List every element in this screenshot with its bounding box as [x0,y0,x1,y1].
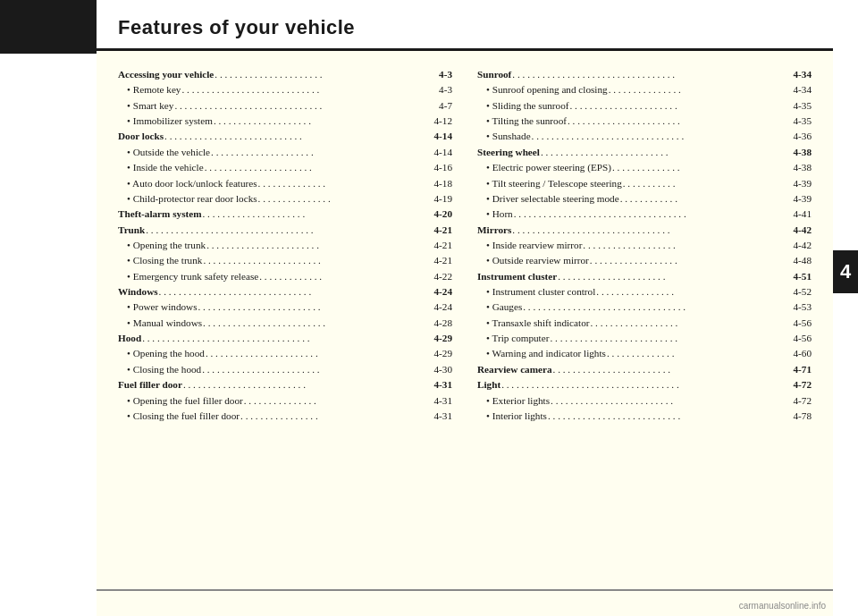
toc-main-entry: Sunroof . . . . . . . . . . . . . . . . … [477,67,812,82]
toc-entry-text: Accessing your vehicle [118,67,214,82]
toc-sub-entry: • Exterior lights . . . . . . . . . . . … [477,393,812,409]
toc-sub-entry: • Closing the trunk . . . . . . . . . . … [118,253,452,268]
toc-sub-text: • Immobilizer system [127,114,213,129]
toc-sub-page: 4-29 [433,346,452,361]
toc-entry-text: Windows [118,284,158,300]
toc-sub-page: 4-60 [793,346,812,361]
toc-sub-text: • Manual windows [127,316,202,331]
toc-sub-entry: • Electric power steering (EPS) . . . . … [477,160,812,175]
toc-sub-dots: . . . . . . . . . . . . . . . . [596,284,792,300]
toc-sub-dots: . . . . . . . . . . . . . . . . . . . . … [569,98,792,114]
toc-sub-page: 4-36 [793,129,812,144]
toc-main-entry: Windows . . . . . . . . . . . . . . . . … [118,284,452,300]
toc-sub-page: 4-7 [439,98,452,114]
toc-sub-entry: • Closing the hood . . . . . . . . . . .… [118,362,452,377]
toc-left-column: Accessing your vehicle . . . . . . . . .… [118,67,452,424]
toc-main-entry: Rearview camera . . . . . . . . . . . . … [477,362,812,377]
toc-sub-page: 4-52 [793,284,812,300]
toc-sub-entry: • Driver selectable steering mode . . . … [477,191,812,207]
toc-sub-entry: • Opening the hood . . . . . . . . . . .… [118,346,452,361]
toc-sub-page: 4-56 [793,331,812,346]
toc-entry-page: 4-38 [793,145,812,160]
toc-sub-entry: • Horn . . . . . . . . . . . . . . . . .… [477,207,812,222]
toc-entry-text: Sunroof [477,67,511,82]
toc-entry-dots: . . . . . . . . . . . . . . . . . . . . … [164,129,433,144]
toc-sub-page: 4-38 [793,160,812,175]
toc-entry-dots: . . . . . . . . . . . . . . . . . . . . … [512,223,792,238]
toc-sub-entry: • Sunshade . . . . . . . . . . . . . . .… [477,129,812,144]
toc-sub-text: • Sunroof opening and closing [486,82,608,97]
toc-entry-dots: . . . . . . . . . . . . . . . . . . . . … [214,67,438,82]
toc-entry-text: Theft-alarm system [118,207,202,222]
title-bar: Features of your vehicle [97,0,833,51]
toc-sub-dots: . . . . . . . . . . . . . . . . . . . . … [205,160,433,175]
toc-sub-page: 4-22 [433,269,452,284]
toc-main-entry: Accessing your vehicle . . . . . . . . .… [118,67,452,82]
toc-sub-text: • Horn [486,207,513,222]
toc-sub-text: • Opening the fuel filler door [127,393,243,409]
toc-sub-page: 4-12 [433,114,452,129]
toc-sub-page: 4-56 [793,316,812,331]
toc-sub-dots: . . . . . . . . . . . . . . . . . . . . … [206,346,433,361]
toc-entry-dots: . . . . . . . . . . . . . . . . . . . . … [142,331,433,346]
toc-sub-page: 4-18 [433,176,452,191]
toc-sub-page: 4-41 [793,207,812,222]
toc-sub-entry: • Outside the vehicle . . . . . . . . . … [118,145,452,160]
toc-sub-text: • Power windows [127,300,198,315]
toc-entry-text: Hood [118,331,141,346]
toc-entry-text: Door locks [118,129,164,144]
toc-main-entry: Light . . . . . . . . . . . . . . . . . … [477,377,812,392]
toc-sub-text: • Opening the hood [127,346,205,361]
toc-sub-entry: • Tilting the sunroof . . . . . . . . . … [477,114,812,129]
toc-sub-dots: . . . . . . . . . . . . . [259,269,433,284]
toc-main-entry: Mirrors . . . . . . . . . . . . . . . . … [477,223,812,238]
toc-entry-text: Mirrors [477,223,511,238]
sidebar-black-block [0,0,97,54]
toc-sub-text: • Driver selectable steering mode [486,191,619,207]
toc-sub-dots: . . . . . . . . . . . . [620,191,793,207]
toc-main-entry: Instrument cluster . . . . . . . . . . .… [477,269,812,284]
toc-sub-entry: • Inside rearview mirror . . . . . . . .… [477,238,812,253]
toc-sub-text: • Warning and indicator lights [486,346,606,361]
toc-sub-page: 4-21 [433,238,452,253]
toc-sub-entry: • Auto door lock/unlock features . . . .… [118,176,452,191]
toc-sub-dots: . . . . . . . . . . . . . . . . . . . . … [523,300,792,315]
toc-sub-text: • Transaxle shift indicator [486,316,589,331]
toc-sub-dots: . . . . . . . . . . . . . . [612,160,792,175]
toc-sub-entry: • Transaxle shift indicator . . . . . . … [477,316,812,331]
toc-sub-text: • Electric power steering (EPS) [486,160,611,175]
toc-entry-page: 4-14 [433,129,452,144]
toc-entry-page: 4-71 [793,362,812,377]
toc-sub-dots: . . . . . . . . . . . . . . [607,346,793,361]
toc-sub-entry: • Child-protector rear door locks . . . … [118,191,452,207]
toc-sub-text: • Child-protector rear door locks [127,191,257,207]
toc-sub-dots: . . . . . . . . . . . [623,176,793,191]
toc-sub-text: • Trip computer [486,331,549,346]
bottom-divider [97,589,833,591]
toc-sub-page: 4-19 [433,191,452,207]
toc-entry-page: 4-34 [793,67,812,82]
toc-sub-page: 4-39 [793,191,812,207]
toc-main-entry: Steering wheel . . . . . . . . . . . . .… [477,145,812,160]
toc-sub-page: 4-35 [793,114,812,129]
toc-sub-dots: . . . . . . . . . . . . . . . . . . . . [214,114,433,129]
toc-sub-entry: • Remote key . . . . . . . . . . . . . .… [118,82,452,97]
toc-entry-dots: . . . . . . . . . . . . . . . . . . . . … [558,269,792,284]
toc-entry-page: 4-29 [433,331,452,346]
toc-sub-dots: . . . . . . . . . . . . . . . . . . . . … [548,409,793,424]
toc-sub-dots: . . . . . . . . . . . . . . . [244,393,433,409]
toc-entry-page: 4-21 [433,223,452,238]
toc-entry-page: 4-20 [433,207,452,222]
toc-sub-text: • Sliding the sunroof [486,98,568,114]
toc-sub-dots: . . . . . . . . . . . . . . . . . . . . … [174,98,438,114]
toc-sub-entry: • Sunroof opening and closing . . . . . … [477,82,812,97]
toc-sub-text: • Instrument cluster control [486,284,595,300]
toc-sub-entry: • Outside rearview mirror . . . . . . . … [477,253,812,268]
toc-entry-dots: . . . . . . . . . . . . . . . . . . . . … [541,145,793,160]
toc-main-entry: Hood . . . . . . . . . . . . . . . . . .… [118,331,452,346]
toc-sub-dots: . . . . . . . . . . . . . . . . . . . . … [181,82,438,97]
toc-sub-dots: . . . . . . . . . . . . . . . . . . . . … [550,331,792,346]
toc-sub-entry: • Emergency trunk safety release . . . .… [118,269,452,284]
toc-sub-dots: . . . . . . . . . . . . . . . . . . . . … [202,362,433,377]
toc-sub-page: 4-72 [793,393,812,409]
